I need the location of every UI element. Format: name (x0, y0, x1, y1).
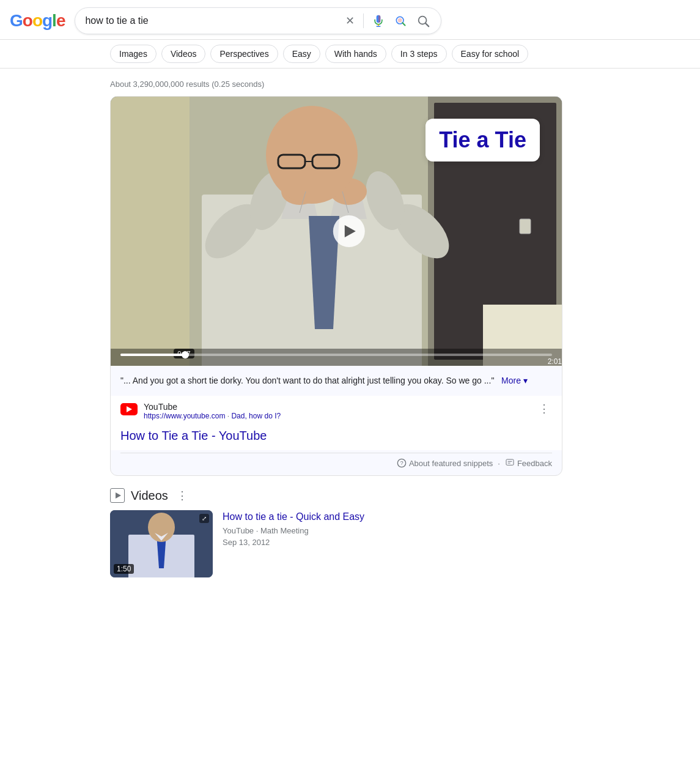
source-info: YouTube https://www.youtube.com · Dad, h… (144, 402, 530, 420)
video-thumbnail-small[interactable]: 1:50 ⤢ (110, 510, 213, 577)
filter-perspectives[interactable]: Perspectives (210, 45, 278, 63)
transcript-text: "... And you got a short tie dorky. You … (120, 376, 494, 385)
source-row: YouTube https://www.youtube.com · Dad, h… (111, 396, 562, 426)
filter-in-3-steps[interactable]: In 3 steps (391, 45, 447, 63)
about-snippets-link[interactable]: ? About featured snippets (397, 458, 493, 468)
svg-text:?: ? (400, 460, 403, 466)
google-logo: Google (10, 11, 65, 31)
progress-fill (120, 354, 185, 356)
mic-icon[interactable] (371, 13, 386, 28)
source-url: https://www.youtube.com · Dad, how do I? (144, 412, 530, 420)
video-meta: How to tie a tie - Quick and Easy YouTub… (223, 510, 562, 577)
filter-easy-for-school[interactable]: Easy for school (452, 45, 529, 63)
snippet-text: "... And you got a short tie dorky. You … (111, 366, 562, 396)
header: Google ✕ (0, 0, 700, 40)
source-url-text: https://www.youtube.com (144, 412, 225, 420)
feedback-label: Feedback (517, 459, 552, 468)
filter-with-hands[interactable]: With hands (325, 45, 386, 63)
videos-section-title: Videos (131, 489, 168, 503)
video-source-name: YouTube · Math Meeting (223, 526, 309, 535)
search-icon-group: ✕ (344, 13, 431, 29)
filter-easy[interactable]: Easy (283, 45, 320, 63)
svg-rect-11 (520, 219, 531, 234)
search-bar: ✕ (75, 7, 441, 34)
videos-section-header: Videos ⋮ (110, 488, 562, 503)
lens-icon[interactable] (393, 13, 408, 28)
video-container[interactable]: Tie a Tie 0:17 2:01 (111, 97, 562, 366)
filter-videos[interactable]: Videos (161, 45, 206, 63)
filter-images[interactable]: Images (110, 45, 157, 63)
result-count: About 3,290,000,000 results (0.25 second… (110, 73, 562, 96)
play-button[interactable] (333, 215, 365, 247)
progress-thumb[interactable] (182, 351, 189, 358)
play-icon (116, 492, 121, 499)
expand-icon[interactable]: ⤢ (199, 514, 209, 523)
more-button[interactable]: More ▾ (501, 376, 528, 385)
source-name: YouTube (144, 402, 530, 412)
results-container: About 3,290,000,000 results (0.25 second… (0, 69, 672, 592)
video-title-link[interactable]: How to Tie a Tie - YouTube (111, 426, 562, 450)
progress-bar[interactable] (120, 354, 552, 356)
video-overlay-badge: Tie a Tie (426, 119, 540, 161)
source-channel: Dad, how do I? (231, 412, 281, 420)
video-thumbnail[interactable]: Tie a Tie 0:17 2:01 (111, 97, 562, 366)
svg-rect-8 (111, 97, 190, 366)
video-date: Sep 13, 2012 (223, 538, 270, 547)
video-controls: 0:17 2:01 (111, 349, 562, 366)
svg-line-4 (403, 23, 405, 25)
video-result-source: YouTube · Math Meeting (223, 526, 562, 535)
youtube-play-icon (127, 406, 132, 412)
svg-point-23 (266, 106, 358, 204)
about-snippets-text: About featured snippets (409, 459, 493, 468)
video-duration: 2:01 (548, 357, 562, 366)
video-section-icon (110, 488, 125, 503)
youtube-icon (120, 403, 138, 415)
video-result-date: Sep 13, 2012 (223, 538, 562, 547)
search-input[interactable] (85, 15, 339, 26)
videos-options-button[interactable]: ⋮ (174, 489, 190, 502)
play-triangle-icon (345, 225, 356, 237)
snippet-footer: ? About featured snippets · Feedback (120, 453, 552, 470)
svg-point-3 (398, 18, 402, 23)
source-options-button[interactable]: ⋮ (536, 402, 552, 415)
svg-line-6 (426, 23, 429, 26)
video-duration-badge: 1:50 (114, 564, 134, 574)
feedback-button[interactable]: Feedback (505, 458, 552, 468)
clear-button[interactable]: ✕ (344, 13, 356, 29)
search-submit-button[interactable] (415, 13, 431, 29)
featured-snippet-card: Tie a Tie 0:17 2:01 "... And you got (110, 96, 562, 476)
svg-rect-31 (506, 459, 514, 465)
video-result-item: 1:50 ⤢ How to tie a tie - Quick and Easy… (110, 510, 562, 577)
video-result-title-link[interactable]: How to tie a tie - Quick and Easy (223, 511, 364, 522)
filter-bar: Images Videos Perspectives Easy With han… (0, 40, 700, 69)
separator-dot: · (498, 459, 500, 468)
